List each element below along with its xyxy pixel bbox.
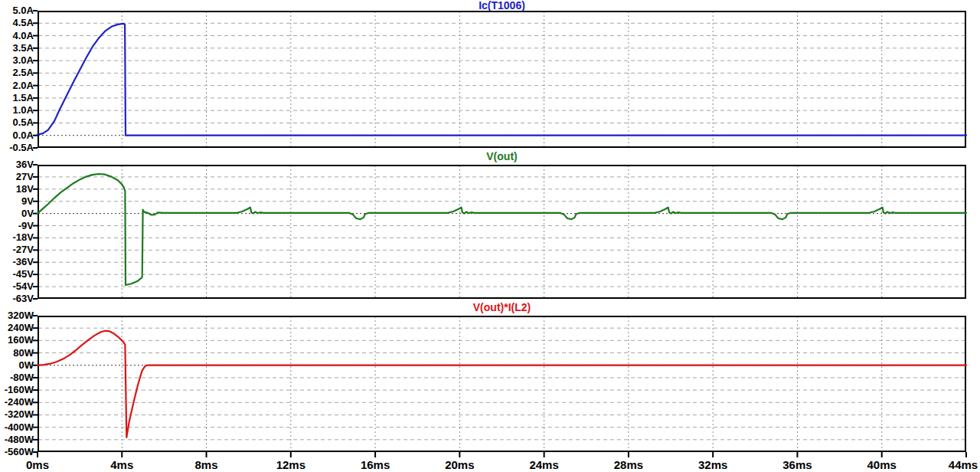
- x-tick-label: 0ms: [26, 458, 49, 471]
- x-tick-label: 24ms: [529, 458, 558, 471]
- x-tick-label: 20ms: [445, 458, 474, 471]
- pane-title-power: V(out)*I(L2): [38, 302, 966, 313]
- trace-v-out-i-l2-: [38, 331, 966, 438]
- x-tick-label: 8ms: [195, 458, 218, 471]
- x-tick-label: 4ms: [110, 458, 133, 471]
- trace-v-out-: [38, 174, 966, 285]
- pane-title-ic: Ic(T1006): [38, 0, 966, 11]
- v-out--plot[interactable]: [0, 164, 980, 300]
- time-axis-ticks: [0, 452, 980, 458]
- x-tick-label: 32ms: [698, 458, 727, 471]
- x-tick-label: 36ms: [782, 458, 812, 471]
- pane-title-vout: V(out): [38, 151, 966, 162]
- x-tick-label: 44ms: [949, 458, 978, 471]
- x-tick-label: 16ms: [361, 458, 390, 471]
- x-tick-label: 12ms: [276, 458, 305, 471]
- v-out-i-l2--plot[interactable]: [0, 315, 980, 453]
- ic-t1006--plot[interactable]: [0, 10, 980, 149]
- x-tick-label: 28ms: [614, 458, 643, 471]
- x-tick-label: 40ms: [867, 458, 897, 471]
- waveform-viewer: Ic(T1006) 5.0A4.5A4.0A3.5A3.0A2.5A2.0A1.…: [0, 0, 980, 472]
- trace-ic-t1006-: [38, 24, 966, 136]
